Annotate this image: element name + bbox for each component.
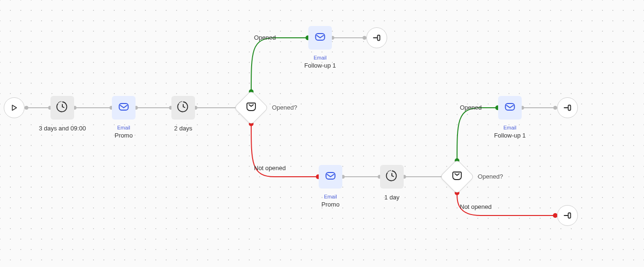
condition-label: Opened? — [272, 104, 297, 111]
email-icon — [117, 100, 130, 115]
condition-node[interactable] — [445, 164, 469, 189]
node-type-label: Email — [304, 54, 336, 61]
start-node[interactable] — [4, 97, 25, 118]
node-name-label: Promo — [115, 131, 133, 140]
wait-node[interactable]: 3 days and 09:00 — [51, 96, 74, 120]
node-type-label: Email — [115, 124, 133, 131]
end-node[interactable] — [557, 205, 578, 226]
branch-label-not-opened: Not opened — [460, 203, 491, 210]
node-name-label: Follow-up 1 — [494, 131, 525, 140]
branch-label-not-opened: Not opened — [254, 164, 286, 172]
svg-point-18 — [363, 36, 366, 40]
svg-rect-47 — [568, 213, 571, 218]
email-node[interactable]: EmailFollow-up 1 — [308, 26, 332, 50]
email-icon — [314, 30, 327, 45]
svg-rect-35 — [119, 103, 128, 110]
svg-point-33 — [59, 102, 60, 103]
svg-rect-39 — [316, 34, 325, 40]
svg-point-31 — [553, 106, 557, 110]
svg-point-36 — [179, 102, 180, 103]
svg-point-44 — [390, 170, 391, 171]
node-type-label: Email — [494, 124, 525, 131]
play-icon — [4, 97, 25, 118]
clock-icon — [177, 100, 190, 115]
branch-label-opened: Opened — [460, 104, 482, 111]
wait-duration-label: 3 days and 09:00 — [39, 124, 86, 133]
workflow-canvas[interactable]: 3 days and 09:00EmailPromo2 daysOpened?E… — [0, 0, 644, 267]
svg-point-32 — [58, 102, 59, 103]
svg-point-38 — [181, 101, 182, 102]
exit-icon — [366, 27, 387, 48]
svg-rect-41 — [326, 172, 335, 179]
wait-node[interactable]: 1 day — [380, 165, 404, 189]
condition-label: Opened? — [478, 173, 503, 180]
svg-rect-45 — [506, 103, 515, 110]
node-name-label: Follow-up 1 — [304, 61, 336, 70]
svg-point-1 — [25, 106, 28, 110]
svg-point-43 — [389, 171, 390, 172]
wait-node[interactable]: 2 days — [171, 96, 195, 120]
clock-icon — [385, 169, 398, 184]
inbox-icon — [246, 101, 257, 114]
wait-duration-label: 1 day — [384, 193, 399, 202]
exit-icon — [557, 205, 578, 226]
branch-label-opened: Opened — [254, 34, 276, 41]
email-icon — [503, 100, 517, 115]
svg-point-34 — [60, 101, 61, 102]
exit-icon — [557, 97, 578, 118]
svg-rect-40 — [378, 35, 380, 41]
email-node[interactable]: EmailPromo — [319, 165, 342, 189]
svg-rect-46 — [568, 105, 571, 111]
condition-node[interactable] — [239, 95, 263, 120]
node-name-label: Promo — [322, 200, 339, 209]
end-node[interactable] — [557, 97, 578, 118]
node-type-label: Email — [322, 193, 339, 200]
inbox-icon — [451, 170, 463, 183]
email-icon — [324, 169, 337, 184]
email-node[interactable]: EmailFollow-up 1 — [498, 96, 522, 120]
svg-point-37 — [180, 102, 181, 103]
email-node[interactable]: EmailPromo — [112, 96, 136, 120]
svg-point-42 — [388, 171, 389, 172]
wait-duration-label: 2 days — [174, 124, 192, 133]
end-node[interactable] — [366, 27, 387, 48]
clock-icon — [56, 100, 69, 115]
